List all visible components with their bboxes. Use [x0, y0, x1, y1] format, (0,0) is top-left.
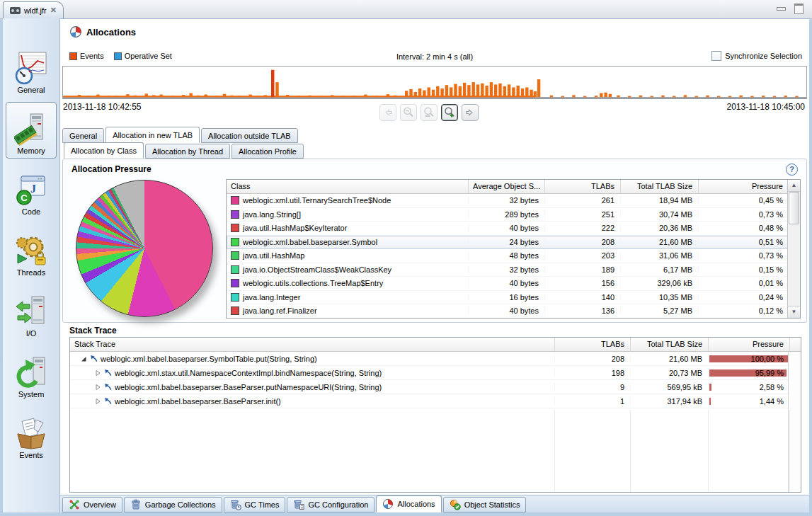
tlabs-cell: 1	[555, 397, 631, 406]
stack-frame-arrow-icon	[90, 355, 98, 362]
class-table-row[interactable]: java.lang.Integer16 bytes14010,35 MB0,24…	[227, 291, 800, 305]
stack-frame-cell: weblogic.xml.babel.baseparser.BaseParser…	[70, 383, 555, 391]
avg-object-size-cell: 32 bytes	[469, 196, 545, 205]
stack-frame-cell: weblogic.xml.babel.baseparser.SymbolTabl…	[70, 355, 555, 363]
tree-collapsed-icon[interactable]	[94, 398, 101, 405]
tab-allocation-profile[interactable]: Allocation Profile	[231, 144, 304, 159]
column-header-stack-trace[interactable]: Stack Trace	[70, 338, 555, 351]
tlabs-cell: 198	[555, 369, 631, 377]
stack-frame-arrow-icon	[104, 369, 112, 377]
sidebar-item-io[interactable]: I/O	[6, 285, 57, 341]
zoom-range-button[interactable]	[421, 104, 438, 121]
tlabs-cell: 136	[545, 306, 621, 315]
tab-allocation-by-thread[interactable]: Allocation by Thread	[145, 144, 230, 159]
column-header-tlabs[interactable]: TLABs	[545, 180, 621, 193]
page-title: Allocations	[86, 27, 136, 38]
allocation-view-tabs: Allocation by ClassAllocation by ThreadA…	[64, 142, 305, 159]
class-cell: weblogic.xml.util.TernarySearchTree$Node	[227, 196, 469, 205]
sidebar-item-general[interactable]: General	[6, 41, 57, 98]
stack-trace-row[interactable]: weblogic.xml.babel.baseparser.BaseParser…	[70, 380, 801, 394]
column-header-average-object-s-[interactable]: Average Object S...	[469, 180, 545, 193]
stack-trace-row[interactable]: weblogic.xml.babel.baseparser.BaseParser…	[70, 394, 801, 408]
view-tab-object-statistics[interactable]: Object Statistics	[443, 497, 527, 512]
synchronize-selection-checkbox[interactable]	[711, 51, 721, 61]
sidebar-item-code[interactable]: JCCode	[6, 163, 57, 219]
stack-frame-arrow-icon	[104, 383, 112, 391]
pressure-bar	[709, 384, 711, 391]
class-table-row[interactable]: weblogic.xml.util.TernarySearchTree$Node…	[227, 194, 800, 208]
column-header-tlabs[interactable]: TLABs	[555, 338, 631, 351]
column-header-pressure[interactable]: Pressure	[709, 338, 790, 351]
class-table-row[interactable]: weblogic.xml.babel.baseparser.Symbol24 b…	[227, 236, 800, 250]
sidebar-item-label: Memory	[17, 147, 45, 155]
tree-collapsed-icon[interactable]	[94, 369, 101, 377]
class-cell: java.util.HashMap$KeyIterator	[227, 224, 469, 232]
view-tab-gc-configuration[interactable]: GC Configuration	[287, 497, 374, 512]
total-tlab-size-cell: 6,17 MB	[621, 265, 699, 274]
allocation-pressure-pie-chart[interactable]	[76, 180, 213, 317]
close-icon[interactable]: ✕	[50, 6, 57, 15]
stack-trace-row[interactable]: weblogic.xml.stax.util.NamespaceContextI…	[70, 366, 801, 380]
view-tab-overview[interactable]: Overview	[62, 497, 122, 512]
tab-allocation-by-class[interactable]: Allocation by Class	[64, 142, 144, 159]
view-tab-label: Overview	[84, 500, 116, 509]
class-name: java.lang.Integer	[243, 293, 300, 302]
class-table-row[interactable]: java.lang.ref.Finalizer40 bytes1365,27 M…	[227, 304, 800, 319]
tlabs-cell: 222	[545, 224, 621, 232]
maximize-icon[interactable]	[794, 4, 804, 14]
class-table-row[interactable]: java.util.HashMap48 bytes20331,06 MB0,73…	[227, 249, 800, 263]
view-tab-gc-times[interactable]: GC Times	[224, 497, 286, 512]
event-timeline-chart[interactable]	[62, 66, 807, 99]
minimize-icon[interactable]	[777, 7, 786, 11]
class-table-row[interactable]: java.util.HashMap$KeyIterator40 bytes222…	[227, 222, 800, 236]
nav-back-button[interactable]	[379, 104, 396, 121]
tab-allocation-in-new-tlab[interactable]: Allocation in new TLAB	[105, 127, 200, 143]
scrollbar-thumb[interactable]	[789, 192, 799, 224]
stack-frame-arrow-icon	[104, 397, 112, 405]
threads-icon	[14, 234, 48, 268]
arrow-left-icon	[382, 106, 394, 119]
class-table-row[interactable]: weblogic.utils.collections.TreeMap$Entry…	[227, 277, 800, 291]
sidebar-item-system[interactable]: System	[6, 345, 57, 402]
class-table-row[interactable]: java.lang.String[]289 bytes25130,74 MB0,…	[227, 208, 800, 222]
class-table-row[interactable]	[227, 319, 800, 319]
avg-object-size-cell: 40 bytes	[469, 306, 545, 315]
stack-trace-row[interactable]: weblogic.xml.babel.baseparser.SymbolTabl…	[70, 352, 801, 366]
zoom-in-button[interactable]	[441, 104, 458, 121]
zoom-range-icon	[423, 106, 435, 119]
class-color-swatch-icon	[231, 265, 239, 274]
tree-collapsed-icon[interactable]	[94, 384, 101, 391]
pressure-cell: 100,00 %	[709, 355, 790, 363]
view-tab-garbage-collections[interactable]: Garbage Collections	[124, 497, 222, 512]
column-divider	[789, 410, 790, 492]
editor-tab-wldf[interactable]: wldf.jfr ✕	[3, 1, 64, 18]
nav-forward-button[interactable]	[462, 104, 479, 121]
system-icon	[14, 355, 48, 389]
scroll-up-icon[interactable]: ▲	[788, 180, 800, 192]
scroll-down-icon[interactable]: ▼	[788, 306, 800, 318]
sidebar-item-events[interactable]: Events	[6, 406, 57, 463]
tab-allocation-outside-tlab[interactable]: Allocation outside TLAB	[201, 128, 298, 143]
sidebar-item-memory[interactable]: Memory	[6, 102, 57, 159]
column-header-total-tlab-size[interactable]: Total TLAB Size	[621, 180, 699, 193]
allocation-pressure-panel: Allocation Pressure ? ClassAverage Objec…	[62, 159, 807, 323]
pressure-cell: 1,44 %	[709, 397, 790, 406]
tlabs-cell: 9	[555, 383, 631, 391]
tree-expanded-icon[interactable]	[80, 355, 87, 362]
zoom-out-button[interactable]	[400, 104, 417, 121]
synchronize-selection-label: Synchronize Selection	[725, 52, 802, 60]
vertical-scrollbar[interactable]: ▲ ▼	[787, 180, 800, 318]
tlabs-cell: 261	[545, 196, 621, 205]
column-divider	[554, 410, 555, 492]
code-icon: JC	[14, 173, 48, 207]
view-tab-allocations[interactable]: Allocations	[376, 495, 441, 512]
gc-config-icon	[293, 499, 304, 510]
sidebar-item-threads[interactable]: Threads	[6, 224, 57, 280]
column-header-class[interactable]: Class	[227, 180, 469, 193]
class-color-swatch-icon	[231, 196, 239, 205]
tab-general[interactable]: General	[62, 128, 104, 143]
help-icon[interactable]: ?	[786, 164, 798, 176]
class-table-row[interactable]: java.io.ObjectStreamClass$WeakClassKey32…	[227, 263, 800, 277]
column-header-total-tlab-size[interactable]: Total TLAB Size	[631, 338, 709, 351]
column-header-pressure[interactable]: Pressure	[699, 180, 789, 193]
